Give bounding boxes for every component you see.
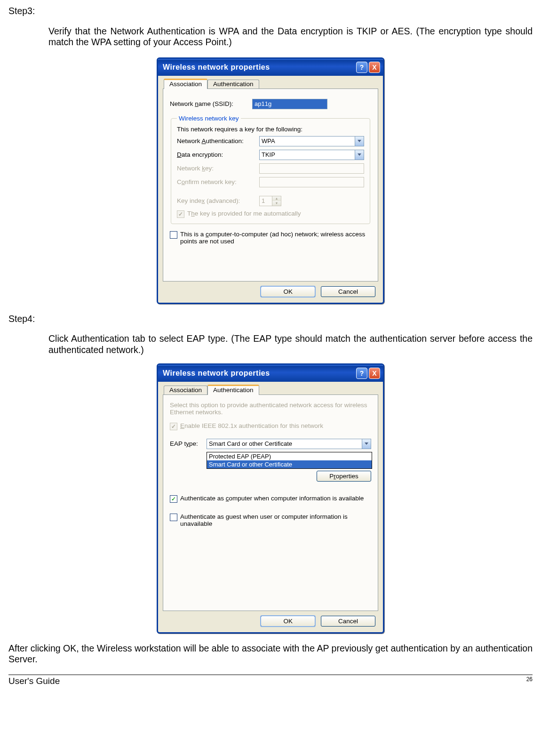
properties-button[interactable]: Properties [317, 471, 371, 482]
eap-type-select[interactable]: Smart Card or other Certificate [207, 439, 362, 449]
enable-8021x-label: Enable IEEE 802.1x authentication for th… [180, 422, 323, 429]
enable-8021x-checkbox: ✓ [170, 423, 177, 430]
footer-guide: User's Guide [8, 676, 526, 686]
closing-paragraph: After clicking OK, the Wireless workstat… [8, 643, 533, 666]
dialog-title: Wireless network properties [163, 369, 355, 378]
tab-authentication[interactable]: Authentication [207, 385, 259, 395]
auth-as-computer-label: Authenticate as computer when computer i… [180, 495, 364, 502]
step4-text: Click Authentication tab to select EAP t… [48, 333, 533, 356]
network-authentication-select[interactable]: WPA [259, 136, 355, 146]
cancel-button[interactable]: Cancel [321, 616, 375, 627]
adhoc-label: This is a computer-to-computer (ad hoc) … [180, 231, 371, 245]
ssid-input[interactable]: ap11g [252, 99, 327, 109]
auto-key-checkbox: ✓ [177, 210, 184, 218]
wireless-properties-dialog-association: Wireless network properties ? X Associat… [157, 57, 384, 304]
requires-text: This network requires a key for the foll… [177, 126, 364, 133]
auth-as-guest-label: Authenticate as guest when user or compu… [180, 513, 371, 527]
close-button[interactable]: X [369, 62, 380, 73]
step3-label: Step3: [8, 6, 533, 16]
tab-association[interactable]: Association [164, 79, 207, 89]
network-key-label: Network key: [177, 165, 259, 172]
ok-button[interactable]: OK [261, 616, 315, 627]
footer-divider [8, 675, 533, 675]
key-index-stepper: 1 ▲▼ [259, 196, 282, 206]
wireless-properties-dialog-authentication: Wireless network properties ? X Associat… [157, 363, 384, 634]
ok-button[interactable]: OK [261, 286, 315, 297]
step3-text: Verify that the Network Authentication i… [48, 26, 533, 48]
adhoc-checkbox[interactable] [170, 231, 177, 239]
eap-type-label: EAP type: [170, 440, 207, 447]
network-key-input [259, 163, 364, 174]
titlebar: Wireless network properties ? X [158, 365, 383, 382]
dialog-title: Wireless network properties [163, 63, 355, 72]
eap-type-dropdown[interactable]: Protected EAP (PEAP) Smart Card or other… [207, 452, 372, 469]
ssid-label: Network name (SSID): [170, 100, 252, 107]
help-button[interactable]: ? [356, 62, 367, 73]
auth-as-guest-checkbox[interactable] [170, 514, 177, 521]
chevron-down-icon[interactable] [362, 439, 371, 449]
close-button[interactable]: X [369, 368, 380, 379]
confirm-key-label: Confirm network key: [177, 178, 259, 185]
auth-label: Network Authentication: [177, 137, 259, 145]
step4-label: Step4: [8, 314, 533, 324]
titlebar: Wireless network properties ? X [158, 59, 383, 76]
data-encryption-select[interactable]: TKIP [259, 150, 355, 160]
wireless-key-group: Wireless network key This network requir… [171, 115, 370, 224]
group-legend: Wireless network key [177, 115, 241, 122]
auth-as-computer-checkbox[interactable]: ✓ [170, 495, 177, 503]
help-button[interactable]: ? [356, 368, 367, 379]
auto-key-label: The key is provided for me automatically [187, 210, 301, 217]
auth-intro: Select this option to provide authentica… [170, 402, 371, 416]
chevron-down-icon[interactable] [355, 150, 364, 160]
cancel-button[interactable]: Cancel [321, 286, 375, 297]
key-index-label: Key index (advanced): [177, 197, 259, 204]
encryption-label: Data encryption: [177, 151, 259, 158]
confirm-key-input [259, 177, 364, 187]
eap-option-peap[interactable]: Protected EAP (PEAP) [207, 452, 372, 460]
eap-option-smartcard[interactable]: Smart Card or other Certificate [207, 460, 372, 468]
chevron-down-icon[interactable] [355, 136, 364, 146]
page-number: 26 [526, 676, 533, 686]
